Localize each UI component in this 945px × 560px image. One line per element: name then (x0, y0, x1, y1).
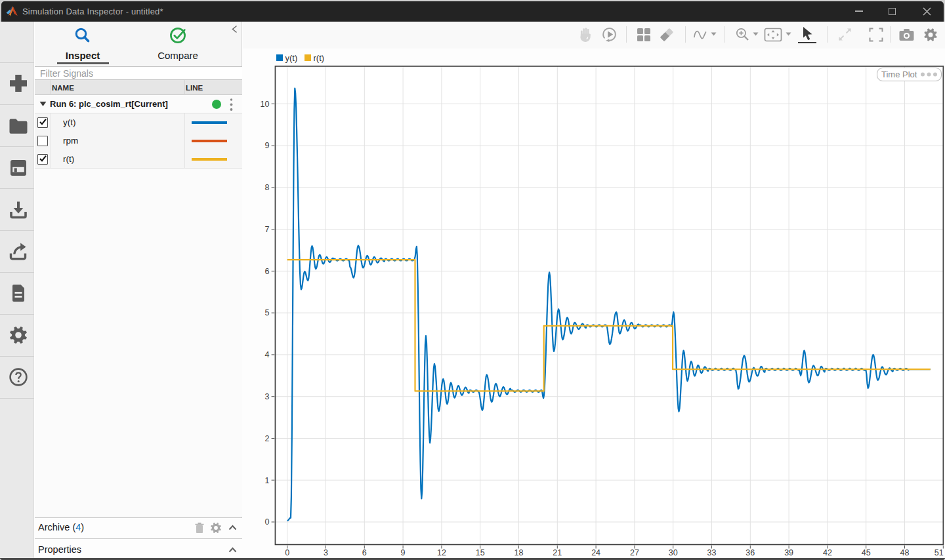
svg-text:9: 9 (264, 141, 269, 150)
svg-text:3: 3 (264, 392, 269, 401)
svg-text:27: 27 (630, 548, 639, 557)
svg-text:3: 3 (324, 548, 328, 557)
svg-text:1: 1 (264, 476, 269, 485)
svg-text:5: 5 (264, 308, 269, 317)
svg-text:15: 15 (476, 548, 485, 557)
svg-text:30: 30 (669, 548, 678, 557)
svg-text:51: 51 (934, 548, 944, 557)
svg-text:33: 33 (707, 548, 717, 557)
svg-text:39: 39 (784, 548, 793, 557)
svg-text:7: 7 (264, 225, 269, 234)
svg-text:48: 48 (900, 548, 910, 557)
svg-text:6: 6 (264, 267, 269, 276)
svg-text:9: 9 (401, 548, 406, 557)
svg-text:42: 42 (823, 548, 832, 557)
svg-text:6: 6 (362, 548, 367, 557)
svg-text:2: 2 (264, 434, 269, 443)
svg-text:8: 8 (264, 183, 269, 192)
svg-text:21: 21 (553, 548, 562, 557)
svg-text:0: 0 (285, 548, 289, 557)
svg-text:12: 12 (437, 548, 446, 557)
svg-text:45: 45 (862, 548, 871, 557)
svg-text:24: 24 (591, 548, 600, 557)
svg-text:36: 36 (746, 548, 755, 557)
svg-text:0: 0 (264, 517, 269, 527)
svg-text:18: 18 (514, 548, 524, 557)
svg-text:4: 4 (264, 350, 269, 359)
svg-text:10: 10 (260, 100, 269, 109)
